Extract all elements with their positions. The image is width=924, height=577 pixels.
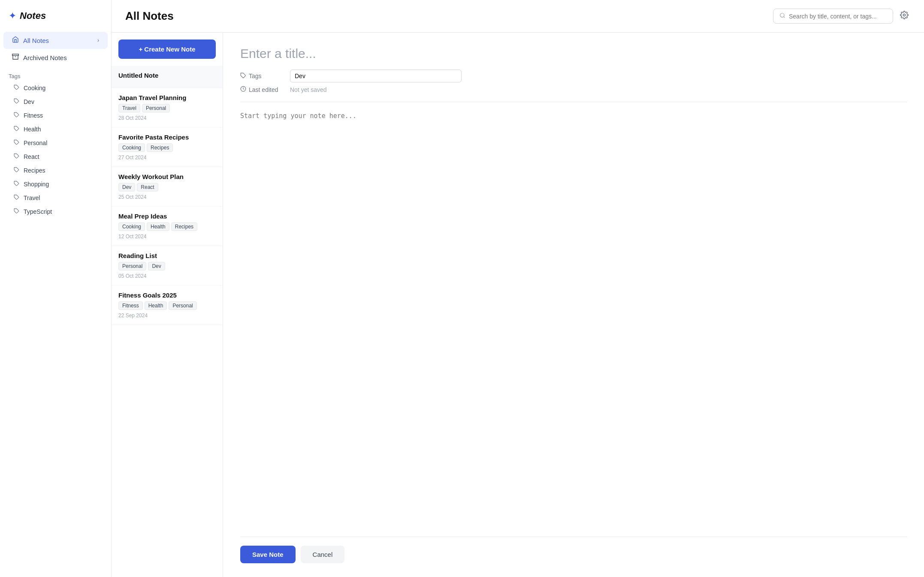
nav-section: All Notes › Archived Notes <box>0 32 111 66</box>
sidebar: ✦ Notes All Notes › Archived Notes <box>0 0 112 577</box>
cancel-button[interactable]: Cancel <box>301 546 345 563</box>
chevron-right-icon: › <box>97 37 99 43</box>
editor-footer: Save Note Cancel <box>240 537 907 563</box>
sidebar-tag-dev[interactable]: Dev <box>9 95 103 109</box>
note-list-item[interactable]: Weekly Workout Plan DevReact 25 Oct 2024 <box>112 167 223 207</box>
tag-label: TypeScript <box>24 208 52 215</box>
note-date: 25 Oct 2024 <box>118 194 216 200</box>
note-tag: Fitness <box>118 301 143 310</box>
tags-label-text: Tags <box>249 73 262 79</box>
note-title: Favorite Pasta Recipes <box>118 134 216 141</box>
editor-divider <box>240 102 907 102</box>
note-tag: Health <box>145 301 167 310</box>
note-tags: PersonalDev <box>118 262 216 270</box>
svg-point-14 <box>903 14 906 16</box>
tag-label: React <box>24 153 39 160</box>
settings-button[interactable] <box>898 9 910 23</box>
tag-label-icon <box>14 153 19 160</box>
tags-input[interactable] <box>290 70 462 82</box>
logo-area: ✦ Notes <box>0 7 111 32</box>
note-title: Japan Travel Planning <box>118 94 216 101</box>
last-edited-label: Last edited <box>240 86 283 93</box>
sidebar-tag-fitness[interactable]: Fitness <box>9 109 103 122</box>
home-icon <box>12 36 19 45</box>
note-date: 05 Oct 2024 <box>118 273 216 279</box>
header-right <box>773 9 910 24</box>
notes-list: Untitled Note Japan Travel Planning Trav… <box>112 66 223 325</box>
note-tags: CookingRecipes <box>118 143 216 152</box>
tags-section: Tags Cooking Dev <box>0 66 111 222</box>
note-content-textarea[interactable] <box>240 111 907 537</box>
sidebar-tag-personal[interactable]: Personal <box>9 136 103 150</box>
note-tags: TravelPersonal <box>118 104 216 112</box>
note-tags: DevReact <box>118 183 216 191</box>
search-icon <box>779 12 785 20</box>
notes-list-panel: + Create New Note Untitled Note Japan Tr… <box>112 33 223 577</box>
tag-label-icon <box>14 181 19 188</box>
clock-icon <box>240 86 246 93</box>
note-tag: Recipes <box>147 143 173 152</box>
search-box[interactable] <box>773 9 893 24</box>
sidebar-tag-travel[interactable]: Travel <box>9 191 103 205</box>
sidebar-tag-cooking[interactable]: Cooking <box>9 81 103 95</box>
sidebar-tag-recipes[interactable]: Recipes <box>9 164 103 177</box>
note-tag: Cooking <box>118 143 145 152</box>
content-panels: + Create New Note Untitled Note Japan Tr… <box>112 33 924 577</box>
sidebar-tag-typescript[interactable]: TypeScript <box>9 205 103 219</box>
note-tag: Recipes <box>171 222 197 231</box>
tags-list: Cooking Dev Fitness <box>9 81 103 219</box>
main-content: All Notes + Create Ne <box>112 0 924 577</box>
sidebar-item-all-notes[interactable]: All Notes › <box>3 32 108 49</box>
note-list-item[interactable]: Untitled Note <box>112 66 223 88</box>
tag-label-icon <box>14 126 19 133</box>
tag-label-icon <box>14 112 19 119</box>
note-title-input[interactable] <box>240 46 907 61</box>
note-list-item[interactable]: Meal Prep Ideas CookingHealthRecipes 12 … <box>112 207 223 246</box>
tag-label-icon <box>14 140 19 146</box>
tag-label: Shopping <box>24 181 49 188</box>
note-list-item[interactable]: Fitness Goals 2025 FitnessHealthPersonal… <box>112 285 223 325</box>
note-tag: Personal <box>142 104 170 112</box>
tag-label: Fitness <box>24 112 43 119</box>
tag-label: Travel <box>24 194 40 201</box>
note-list-item[interactable]: Japan Travel Planning TravelPersonal 28 … <box>112 88 223 128</box>
tag-label-icon <box>14 98 19 105</box>
tags-meta-label: Tags <box>240 73 283 80</box>
tags-section-label: Tags <box>9 73 103 79</box>
create-note-button[interactable]: + Create New Note <box>118 39 216 59</box>
tag-label-icon <box>14 194 19 201</box>
last-edited-meta-row: Last edited Not yet saved <box>240 86 907 93</box>
sidebar-tag-react[interactable]: React <box>9 150 103 164</box>
note-date: 27 Oct 2024 <box>118 155 216 161</box>
note-date: 12 Oct 2024 <box>118 234 216 240</box>
search-input[interactable] <box>789 13 887 20</box>
sidebar-item-archived-notes[interactable]: Archived Notes <box>3 49 108 66</box>
save-note-button[interactable]: Save Note <box>240 546 296 563</box>
note-tag: Health <box>147 222 169 231</box>
sidebar-tag-health[interactable]: Health <box>9 122 103 136</box>
note-title: Fitness Goals 2025 <box>118 292 216 299</box>
tag-label-icon <box>14 85 19 91</box>
sidebar-tag-shopping[interactable]: Shopping <box>9 177 103 191</box>
app-name: Notes <box>20 10 46 21</box>
note-list-item[interactable]: Favorite Pasta Recipes CookingRecipes 27… <box>112 128 223 167</box>
tag-label: Cooking <box>24 85 45 91</box>
note-editor-panel: Tags Last edited Not yet saved <box>223 33 924 577</box>
note-tag: Dev <box>118 183 135 191</box>
note-tag: Personal <box>169 301 196 310</box>
svg-line-13 <box>784 17 785 18</box>
note-tag: Travel <box>118 104 140 112</box>
note-list-item[interactable]: Reading List PersonalDev 05 Oct 2024 <box>112 246 223 285</box>
note-tag: Personal <box>118 262 146 270</box>
note-tags: CookingHealthRecipes <box>118 222 216 231</box>
note-tag: React <box>137 183 158 191</box>
note-title: Meal Prep Ideas <box>118 213 216 220</box>
note-tags: FitnessHealthPersonal <box>118 301 216 310</box>
top-header: All Notes <box>112 0 924 33</box>
sidebar-item-label-all-notes: All Notes <box>23 37 49 44</box>
tag-label: Health <box>24 126 41 133</box>
note-title: Weekly Workout Plan <box>118 173 216 180</box>
tag-label: Recipes <box>24 167 45 174</box>
tag-label-icon <box>14 208 19 215</box>
note-tag: Cooking <box>118 222 145 231</box>
